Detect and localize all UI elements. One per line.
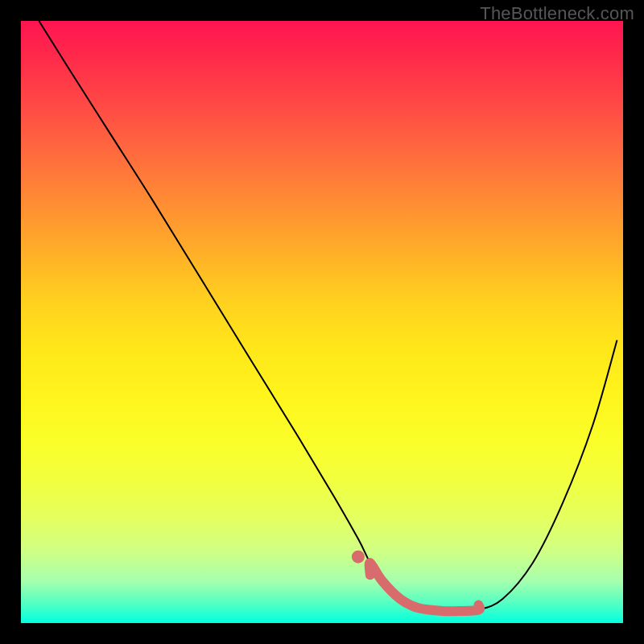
chart-container: TheBottleneck.com	[0, 0, 644, 644]
bottleneck-curve-path	[39, 21, 617, 611]
chart-overlay	[21, 21, 623, 623]
highlight-start-dot	[352, 551, 365, 564]
highlight-band-path	[369, 563, 480, 611]
